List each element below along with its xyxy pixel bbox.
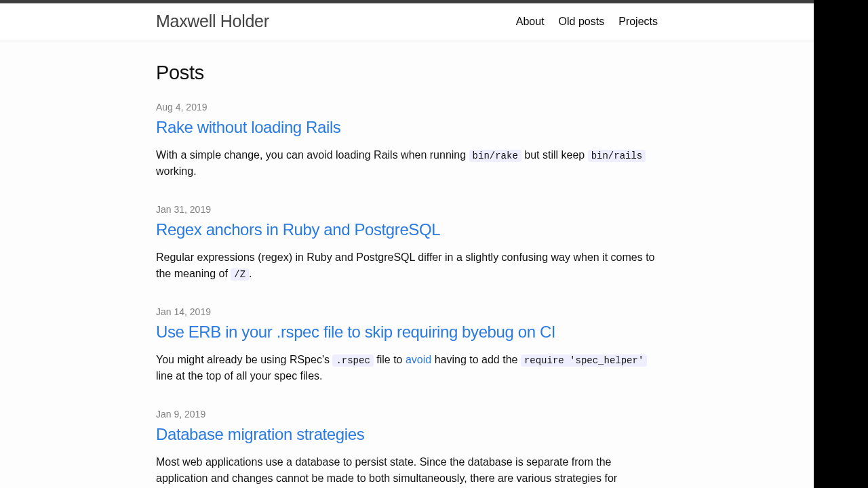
inline-code: bin/rake xyxy=(469,150,521,162)
inline-code: bin/rails xyxy=(588,150,646,162)
main-content: Posts Aug 4, 2019Rake without loading Ra… xyxy=(0,41,814,488)
post-title: Database migration strategies xyxy=(156,424,658,445)
inline-code: /Z xyxy=(231,268,249,281)
post-date: Aug 4, 2019 xyxy=(156,102,658,113)
post-list: Aug 4, 2019Rake without loading RailsWit… xyxy=(156,102,658,488)
post-item: Jan 14, 2019Use ERB in your .rspec file … xyxy=(156,306,658,384)
post-title: Use ERB in your .rspec file to skip requ… xyxy=(156,322,658,342)
post-date: Jan 9, 2019 xyxy=(156,409,658,420)
post-title-link[interactable]: Use ERB in your .rspec file to skip requ… xyxy=(156,323,555,341)
post-item: Jan 9, 2019Database migration strategies… xyxy=(156,409,658,488)
nav-link-old-posts[interactable]: Old posts xyxy=(559,16,605,28)
post-excerpt: With a simple change, you can avoid load… xyxy=(156,147,658,180)
page-viewport: Maxwell Holder About Old posts Projects … xyxy=(0,0,814,488)
post-title: Rake without loading Rails xyxy=(156,117,658,138)
excerpt-link[interactable]: avoid xyxy=(406,354,431,365)
post-excerpt: Most web applications use a database to … xyxy=(156,454,658,488)
inline-code: require 'spec_helper' xyxy=(521,354,647,367)
post-date: Jan 31, 2019 xyxy=(156,204,658,215)
post-item: Aug 4, 2019Rake without loading RailsWit… xyxy=(156,102,658,180)
site-title-link[interactable]: Maxwell Holder xyxy=(156,12,269,31)
post-title-link[interactable]: Database migration strategies xyxy=(156,425,364,443)
post-item: Jan 31, 2019Regex anchors in Ruby and Po… xyxy=(156,204,658,282)
post-date: Jan 14, 2019 xyxy=(156,306,658,317)
nav-link-about[interactable]: About xyxy=(516,16,545,28)
main-nav: About Old posts Projects xyxy=(516,16,658,28)
post-excerpt: You might already be using RSpec's .rspe… xyxy=(156,352,658,384)
page-title: Posts xyxy=(156,62,658,84)
site-header: Maxwell Holder About Old posts Projects xyxy=(0,3,814,41)
post-title-link[interactable]: Regex anchors in Ruby and PostgreSQL xyxy=(156,220,440,239)
post-title: Regex anchors in Ruby and PostgreSQL xyxy=(156,220,658,240)
nav-link-projects[interactable]: Projects xyxy=(618,16,658,28)
post-title-link[interactable]: Rake without loading Rails xyxy=(156,118,340,136)
inline-code: .rspec xyxy=(332,354,373,367)
post-excerpt: Regular expressions (regex) in Ruby and … xyxy=(156,249,658,282)
